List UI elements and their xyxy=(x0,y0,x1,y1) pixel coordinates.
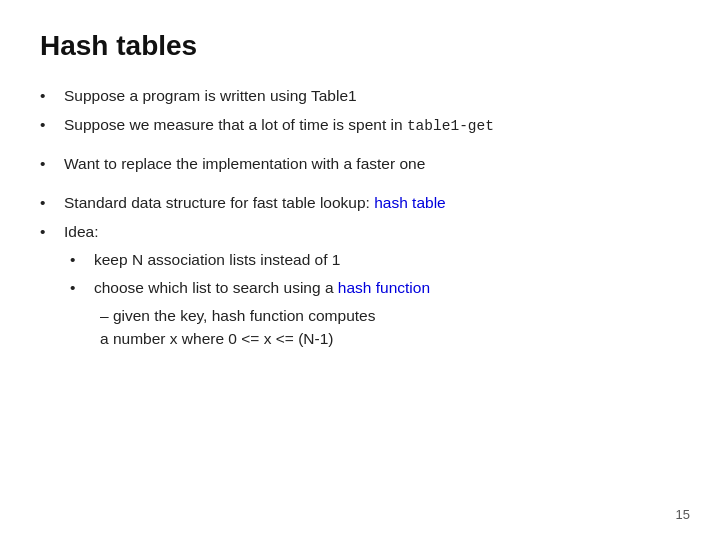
bullet-icon: • xyxy=(40,113,60,138)
indent-line-1: – given the key, hash function computes xyxy=(100,304,680,327)
sub-bullet-text-2-before: choose which list to search using a xyxy=(94,279,338,296)
slide-title: Hash tables xyxy=(40,30,680,62)
bullet-text-4-before: Standard data structure for fast table l… xyxy=(64,194,374,211)
hash-function-highlight: hash function xyxy=(338,279,430,296)
bullet-text-4: Standard data structure for fast table l… xyxy=(64,191,446,216)
bullet-text-2-before: Suppose we measure that a lot of time is… xyxy=(64,116,407,133)
list-item: • Want to replace the implementation wit… xyxy=(40,152,680,177)
indent-line-2: a number x where 0 <= x <= (N-1) xyxy=(100,327,680,350)
indent-block: – given the key, hash function computes … xyxy=(40,304,680,351)
bullet-icon: • xyxy=(70,276,90,301)
list-item: • Standard data structure for fast table… xyxy=(40,191,680,216)
page-number: 15 xyxy=(676,507,690,522)
slide: Hash tables • Suppose a program is writt… xyxy=(0,0,720,540)
hash-table-highlight: hash table xyxy=(374,194,446,211)
list-item: • Suppose a program is written using Tab… xyxy=(40,84,680,109)
bullet-icon: • xyxy=(40,220,60,245)
bullet-icon: • xyxy=(40,84,60,109)
list-item: • Suppose we measure that a lot of time … xyxy=(40,113,680,138)
bullet-icon: • xyxy=(70,248,90,273)
list-item: • keep N association lists instead of 1 xyxy=(70,248,680,273)
sub-bullet-text-2: choose which list to search using a hash… xyxy=(94,276,430,301)
bullet-icon: • xyxy=(40,152,60,177)
sub-bullet-text-1: keep N association lists instead of 1 xyxy=(94,248,340,273)
list-item: • Idea: xyxy=(40,220,680,245)
sub-bullet-group: • keep N association lists instead of 1 … xyxy=(40,248,680,301)
bullet-group-1: • Suppose a program is written using Tab… xyxy=(40,84,680,138)
bullet-text-2: Suppose we measure that a lot of time is… xyxy=(64,113,494,138)
bullet-text-5: Idea: xyxy=(64,220,98,245)
bullet-text-3: Want to replace the implementation with … xyxy=(64,152,425,177)
bullet-group-2: • Want to replace the implementation wit… xyxy=(40,152,680,177)
bullet-text-1: Suppose a program is written using Table… xyxy=(64,84,357,109)
list-item: • choose which list to search using a ha… xyxy=(70,276,680,301)
slide-content: • Suppose a program is written using Tab… xyxy=(40,84,680,350)
bullet-group-3: • Standard data structure for fast table… xyxy=(40,191,680,245)
code-table1-get: table1-get xyxy=(407,118,494,134)
bullet-icon: • xyxy=(40,191,60,216)
